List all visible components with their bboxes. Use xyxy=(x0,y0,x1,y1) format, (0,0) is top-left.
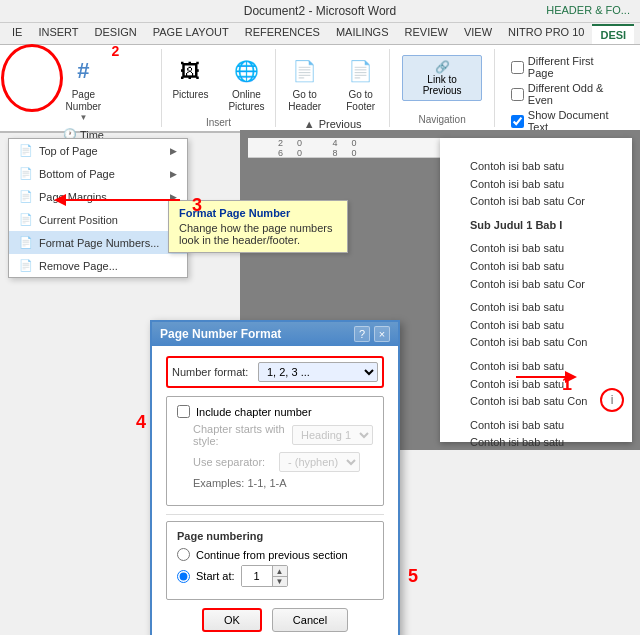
continue-radio[interactable] xyxy=(177,548,190,561)
dialog-titlebar: Page Number Format ? × xyxy=(152,322,398,346)
examples-row: Examples: 1-1, 1-A xyxy=(177,477,373,489)
chapter-starts-row: Chapter starts with style: Heading 1 xyxy=(177,423,373,447)
ribbon-group-link: 🔗 Link to Previous Navigation xyxy=(390,49,495,127)
include-chapter-checkbox[interactable] xyxy=(177,405,190,418)
dialog-title-text: Page Number Format xyxy=(160,327,281,341)
show-document-text-checkbox[interactable] xyxy=(511,115,524,128)
tab-nitro[interactable]: NITRO PRO 10 xyxy=(500,23,592,44)
ribbon-tabs: IE INSERT DESIGN PAGE LAYOUT REFERENCES … xyxy=(0,23,640,45)
previous-nav-button[interactable]: ▲ Previous xyxy=(301,117,365,131)
different-first-page-option[interactable]: Different First Page xyxy=(511,55,618,79)
remove-label: Remove Page... xyxy=(39,260,118,272)
different-odd-even-checkbox[interactable] xyxy=(511,88,524,101)
top-label: Top of Page xyxy=(39,145,98,157)
doc-line-5: Contoh isi bab satu Contoh isi bab satu … xyxy=(470,417,602,450)
pictures-group-label: Insert xyxy=(206,115,231,128)
page-number-indicator: i xyxy=(600,388,624,412)
tab-view[interactable]: VIEW xyxy=(456,23,500,44)
dropdown-bottom-of-page[interactable]: 📄 Bottom of Page ▶ xyxy=(9,162,187,185)
start-at-radio[interactable] xyxy=(177,570,190,583)
pictures-button[interactable]: 🖼 Pictures xyxy=(164,51,216,103)
tab-references[interactable]: REFERENCES xyxy=(237,23,328,44)
tab-page-layout[interactable]: PAGE LAYOUT xyxy=(145,23,237,44)
continue-radio-row: Continue from previous section xyxy=(177,548,373,561)
doc-subheading: Sub Judul 1 Bab I xyxy=(470,217,602,235)
page-number-label: Page Number xyxy=(66,89,102,113)
goto-footer-icon: 📄 xyxy=(343,53,379,89)
number-format-select[interactable]: 1, 2, 3 ... xyxy=(258,362,378,382)
tab-insert[interactable]: INSERT xyxy=(30,23,86,44)
annotation-1: 1 xyxy=(562,374,572,395)
examples-value: 1-1, 1-A xyxy=(247,477,286,489)
dropdown-top-of-page[interactable]: 📄 Top of Page ▶ xyxy=(9,139,187,162)
dropdown-format-page-numbers[interactable]: 📄 Format Page Numbers... xyxy=(9,231,187,254)
tab-design-active[interactable]: DESI xyxy=(592,24,634,44)
cancel-button[interactable]: Cancel xyxy=(272,608,348,632)
doc-line-3: Contoh isi bab satu Contoh isi bab satu … xyxy=(470,299,602,352)
tab-ie[interactable]: IE xyxy=(4,23,30,44)
page-number-icon: # xyxy=(65,53,101,89)
examples-label: Examples: xyxy=(193,477,244,489)
divider xyxy=(166,514,384,515)
page-number-button[interactable]: # Page Number ▼ 2 xyxy=(57,51,109,124)
use-separator-select[interactable]: - (hyphen) xyxy=(279,452,360,472)
use-separator-row: Use separator: - (hyphen) xyxy=(177,452,373,472)
goto-footer-button[interactable]: 📄 Go to Footer xyxy=(335,51,387,115)
dropdown-remove-page[interactable]: 📄 Remove Page... xyxy=(9,254,187,277)
number-format-row: Number format: 1, 2, 3 ... xyxy=(166,356,384,388)
margins-icon: 📄 xyxy=(19,190,33,203)
link-group-label: Navigation xyxy=(418,112,465,125)
dropdown-page-margins[interactable]: 📄 Page Margins ▶ xyxy=(9,185,187,208)
doc-line-2: Contoh isi bab satu Contoh isi bab satu … xyxy=(470,240,602,293)
page-numbering-title: Page numbering xyxy=(177,530,373,542)
top-arrow: ▶ xyxy=(170,146,177,156)
include-chapter-check-row: Include chapter number xyxy=(177,405,373,418)
title-text: Document2 - Microsoft Word xyxy=(244,4,397,18)
annotation-4: 4 xyxy=(136,412,146,433)
format-icon: 📄 xyxy=(19,236,33,249)
chapter-starts-label: Chapter starts with style: xyxy=(193,423,286,447)
right-title: HEADER & FO... xyxy=(546,4,630,16)
different-first-page-checkbox[interactable] xyxy=(511,61,524,74)
dropdown-menu: 📄 Top of Page ▶ 📄 Bottom of Page ▶ 📄 Pag… xyxy=(8,138,188,278)
ribbon-row-main: # Page Number ▼ 2 xyxy=(57,51,109,124)
options-items: Different First Page Different Odd & Eve… xyxy=(503,51,626,137)
dialog-body: Number format: 1, 2, 3 ... Include chapt… xyxy=(152,346,398,635)
online-pictures-label: Online Pictures xyxy=(228,89,264,113)
tab-mailings[interactable]: MAILINGS xyxy=(328,23,397,44)
include-chapter-label: Include chapter number xyxy=(196,406,312,418)
goto-header-button[interactable]: 📄 Go to Header xyxy=(279,51,331,115)
online-pictures-button[interactable]: 🌐 Online Pictures xyxy=(220,51,272,115)
spinner-down-button[interactable]: ▼ xyxy=(273,576,287,586)
goto-header-icon: 📄 xyxy=(287,53,323,89)
spinner-up-button[interactable]: ▲ xyxy=(273,566,287,576)
remove-icon: 📄 xyxy=(19,259,33,272)
dropdown-current-position[interactable]: 📄 Current Position ▶ xyxy=(9,208,187,231)
ribbon-group-header: # Page Number ▼ 2 🕐 Time 📋 Document Info… xyxy=(6,49,162,127)
dialog-page-number-format: Page Number Format ? × Number format: 1,… xyxy=(150,320,400,635)
link-to-previous-button[interactable]: 🔗 Link to Previous xyxy=(402,55,482,101)
bottom-arrow: ▶ xyxy=(170,169,177,179)
goto-header-label: Go to Header xyxy=(288,89,321,113)
different-odd-even-option[interactable]: Different Odd & Even xyxy=(511,82,618,106)
dialog-question-button[interactable]: ? xyxy=(354,326,370,342)
tab-design[interactable]: DESIGN xyxy=(87,23,145,44)
document-page: Contoh isi bab satu Contoh isi bab satu … xyxy=(440,138,632,442)
title-bar: Document2 - Microsoft Word HEADER & FO..… xyxy=(0,0,640,23)
start-at-input[interactable] xyxy=(242,566,272,586)
pictures-label: Pictures xyxy=(172,89,208,101)
ok-button[interactable]: OK xyxy=(202,608,262,632)
tab-review[interactable]: REVIEW xyxy=(397,23,456,44)
different-odd-even-label: Different Odd & Even xyxy=(528,82,618,106)
tooltip-title: Format Page Number xyxy=(179,207,337,219)
spinner-buttons: ▲ ▼ xyxy=(272,566,287,586)
format-label: Format Page Numbers... xyxy=(39,237,159,249)
annotation-5: 5 xyxy=(408,566,418,587)
tooltip-text: Change how the page numbers look in the … xyxy=(179,222,337,246)
chapter-starts-select[interactable]: Heading 1 xyxy=(292,425,373,445)
ribbon-group-options: Different First Page Different Odd & Eve… xyxy=(495,49,634,127)
use-separator-label: Use separator: xyxy=(193,456,273,468)
continue-label: Continue from previous section xyxy=(196,549,348,561)
ribbon-group-pictures: 🖼 Pictures 🌐 Online Pictures Insert xyxy=(162,49,276,127)
dialog-close-button[interactable]: × xyxy=(374,326,390,342)
